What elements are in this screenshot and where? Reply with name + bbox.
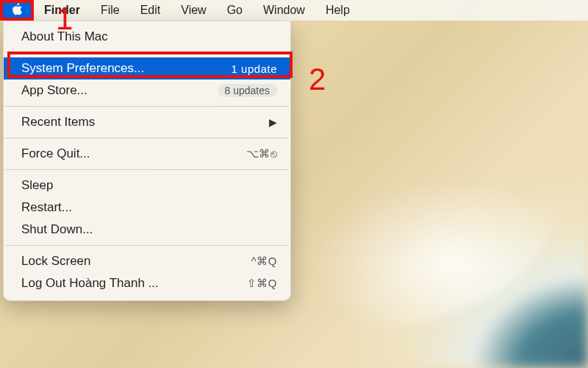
- menubar-help[interactable]: Help: [315, 0, 360, 21]
- menu-lock-screen-label: Lock Screen: [21, 254, 91, 269]
- menu-recent-items-label: Recent Items: [21, 115, 95, 130]
- menu-about-this-mac[interactable]: About This Mac: [4, 26, 290, 48]
- apple-menu-button[interactable]: [0, 0, 34, 21]
- menu-separator: [5, 245, 289, 246]
- menu-about-label: About This Mac: [21, 29, 108, 44]
- apple-logo-icon: [10, 2, 24, 18]
- menu-force-quit-shortcut: ⌥⌘⎋: [246, 147, 278, 160]
- menu-restart[interactable]: Restart...: [4, 197, 290, 219]
- menu-sleep[interactable]: Sleep: [4, 174, 290, 197]
- menu-sleep-label: Sleep: [21, 178, 53, 193]
- menubar-app-name[interactable]: Finder: [34, 0, 90, 21]
- menu-restart-label: Restart...: [21, 200, 72, 215]
- menu-recent-items[interactable]: Recent Items ▶: [4, 111, 290, 133]
- menu-shut-down-label: Shut Down...: [21, 222, 93, 237]
- menu-log-out-shortcut: ⇧⌘Q: [247, 277, 277, 290]
- menubar-window[interactable]: Window: [253, 0, 315, 21]
- menu-app-store-label: App Store...: [21, 83, 87, 98]
- menubar: Finder File Edit View Go Window Help: [0, 0, 588, 21]
- apple-menu-dropdown: About This Mac System Preferences... 1 u…: [3, 21, 291, 301]
- submenu-arrow-icon: ▶: [269, 116, 277, 128]
- menubar-edit[interactable]: Edit: [130, 0, 171, 21]
- menu-lock-screen-shortcut: ^⌘Q: [251, 255, 277, 268]
- menubar-view[interactable]: View: [171, 0, 216, 21]
- menu-system-preferences-badge: 1 update: [232, 63, 277, 75]
- menu-shut-down[interactable]: Shut Down...: [4, 219, 290, 241]
- menu-separator: [5, 106, 289, 107]
- menu-system-preferences[interactable]: System Preferences... 1 update: [4, 57, 290, 79]
- menu-separator: [5, 52, 289, 53]
- menu-force-quit-label: Force Quit...: [21, 146, 90, 161]
- annotation-number-2: 2: [309, 62, 326, 97]
- menu-separator: [5, 169, 289, 170]
- menu-app-store-badge: 8 updates: [218, 84, 278, 97]
- menu-system-preferences-label: System Preferences...: [21, 61, 144, 76]
- menu-log-out-label: Log Out Hoàng Thanh ...: [21, 276, 159, 291]
- menu-lock-screen[interactable]: Lock Screen ^⌘Q: [4, 250, 290, 272]
- menu-force-quit[interactable]: Force Quit... ⌥⌘⎋: [4, 143, 290, 165]
- menu-separator: [5, 138, 289, 138]
- menu-log-out[interactable]: Log Out Hoàng Thanh ... ⇧⌘Q: [4, 272, 290, 294]
- menu-app-store[interactable]: App Store... 8 updates: [4, 79, 290, 102]
- menubar-file[interactable]: File: [90, 0, 130, 21]
- menubar-go[interactable]: Go: [217, 0, 253, 21]
